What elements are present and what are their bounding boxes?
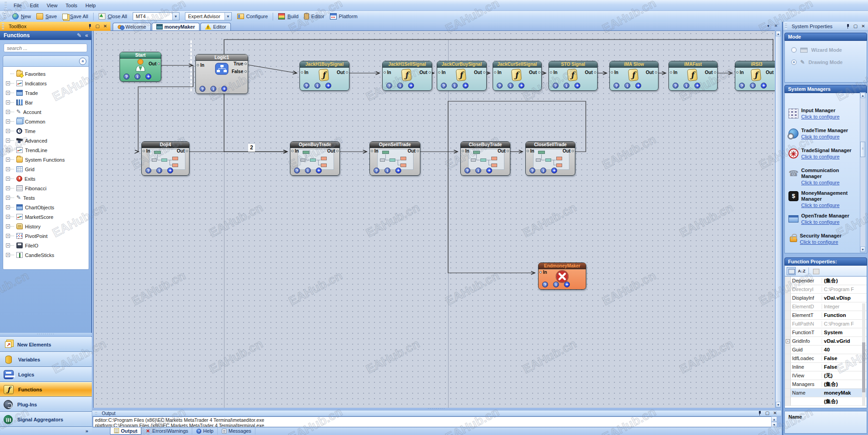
tree-item-grid[interactable]: + Grid <box>6 164 89 174</box>
expand-icon[interactable]: + <box>6 234 10 238</box>
tab-scroll-down-icon[interactable]: ▾ <box>765 23 772 30</box>
toolbox-category-signal-aggregators[interactable]: Signal Aggregators <box>0 412 92 427</box>
property-row-inline[interactable]: Inline False <box>785 363 867 371</box>
node-help-button[interactable]: ? <box>441 83 447 89</box>
expand-icon[interactable]: + <box>6 158 10 162</box>
toolbar-grip[interactable] <box>4 13 6 20</box>
node-help-button[interactable]: ? <box>542 282 548 287</box>
expand-icon[interactable]: + <box>6 186 10 190</box>
node-info-button[interactable]: i <box>314 83 320 89</box>
out-port[interactable]: Out <box>474 70 485 75</box>
property-row-managers[interactable]: Managers (集合) <box>785 380 867 389</box>
menu-edit[interactable]: Edit <box>26 1 43 10</box>
close-icon[interactable]: ✕ <box>102 23 109 30</box>
tree-item-advanced[interactable]: + Advanced <box>6 136 89 145</box>
node-ima-slow[interactable]: iMA Slow ƒ InOut ?i+ <box>609 61 658 91</box>
tree-item-history[interactable]: + History <box>6 222 89 231</box>
node-sto-signal[interactable]: STO Signal ƒ InOut ?i+ <box>549 61 598 91</box>
node-add-button[interactable]: + <box>574 83 580 89</box>
tree-item-time[interactable]: + Time <box>6 126 89 136</box>
node-jackcurbuysignal[interactable]: JackCurBuySignal ƒ InOut ?i+ <box>437 61 487 91</box>
in-port[interactable]: In <box>611 70 619 75</box>
expand-icon[interactable]: + <box>6 138 10 143</box>
toolbox-category-logics[interactable]: Logics <box>0 367 92 382</box>
out-port[interactable]: Out <box>705 70 716 75</box>
property-row-idfloadec[interactable]: IdfLoadec False <box>785 354 867 363</box>
toolbox-category-functions[interactable]: ƒ Functions <box>0 382 92 397</box>
tab-close-icon[interactable]: ✕ <box>773 23 779 30</box>
node-openbuytrade[interactable]: OpenBuyTrade InOut ?i+ <box>290 141 340 176</box>
tree-item-account[interactable]: + ✎ Account <box>6 107 89 117</box>
canvas-vertical-scrollbar[interactable]: ▲ ▼ <box>775 30 781 408</box>
in-port[interactable]: In <box>291 148 299 153</box>
node-doji4[interactable]: Doji4 InOut ?i+ <box>141 141 190 176</box>
property-row-displayinf[interactable]: DisplayInf vDal.vDisp <box>785 294 867 302</box>
node-add-button[interactable]: + <box>316 168 322 173</box>
node-add-button[interactable]: + <box>395 168 401 173</box>
tree-item-trade[interactable]: + Trade <box>6 88 89 98</box>
out-port[interactable]: Out <box>327 148 339 153</box>
tree-item-pivotpoint[interactable]: + PivotPoint <box>6 231 89 241</box>
false-port[interactable]: False <box>232 69 247 74</box>
property-row-gridinfo[interactable]: + GridInfo vDal.vGrid <box>785 337 867 346</box>
output-log[interactable]: editor:C:\Program Files (x86)\EC Markets… <box>93 416 777 427</box>
node-help-button[interactable]: ? <box>304 83 309 89</box>
expand-icon[interactable]: + <box>6 243 10 247</box>
configure-link[interactable]: Click to configure <box>800 239 838 245</box>
out-port[interactable]: Out <box>646 70 657 75</box>
wizard-mode-option[interactable]: Wizard Mode <box>791 47 867 53</box>
tree-item-chartobjects[interactable]: + ChartObjects <box>6 203 89 212</box>
toolbox-category-plug-ins[interactable]: Plug-Ins <box>0 397 92 412</box>
search-input[interactable] <box>4 44 87 52</box>
node-jackh1sellsignal[interactable]: JackH1SellSignal ƒ InOut ?i+ <box>382 61 432 91</box>
chevron-down-icon[interactable]: ▼ <box>172 13 179 20</box>
node-help-button[interactable]: ? <box>497 83 503 89</box>
property-row-name[interactable]: Name moneyMak <box>785 389 867 397</box>
collapse-left-icon[interactable]: « <box>85 32 88 39</box>
out-port[interactable]: Out <box>149 61 160 66</box>
node-info-button[interactable]: i <box>135 74 140 79</box>
pin-icon[interactable] <box>844 23 851 30</box>
in-port[interactable]: In <box>550 70 558 75</box>
configure-link[interactable]: Click to configure <box>801 114 839 120</box>
node-help-button[interactable]: ? <box>464 168 470 173</box>
node-help-button[interactable]: ? <box>145 168 151 173</box>
node-help-button[interactable]: ? <box>294 168 300 173</box>
radio-selected-icon[interactable] <box>791 59 797 65</box>
out-port[interactable]: Out <box>563 148 574 153</box>
toolbar-grip[interactable] <box>5 1 7 9</box>
toolbox-category-variables[interactable]: Variables <box>0 352 92 367</box>
node-help-button[interactable]: ? <box>124 74 130 79</box>
managers-scrollbar[interactable]: ▲ ≡ ▼ <box>860 92 866 252</box>
node-jackh1buysignal[interactable]: JackH1BuySignal ƒ InOut ?i+ <box>299 61 349 91</box>
tree-item-trendline[interactable]: + TrendLine <box>6 145 89 155</box>
platform-button[interactable]: Platform <box>327 12 360 20</box>
project-type-combo[interactable]: Expert Advisor▼ <box>185 12 232 20</box>
output-tab-messages[interactable]: Messages <box>218 427 255 435</box>
node-info-button[interactable]: i <box>564 83 569 89</box>
in-port[interactable]: In <box>371 148 379 153</box>
expand-icon[interactable]: + <box>6 119 10 124</box>
in-port[interactable]: In <box>438 70 446 75</box>
property-row-functiont[interactable]: FunctionT System <box>785 328 867 337</box>
scroll-down-icon[interactable]: ▼ <box>776 402 781 407</box>
tree-item-tests[interactable]: + ✎ Tests <box>6 193 89 203</box>
property-grid-scrollbar[interactable] <box>862 303 865 405</box>
node-endmoneymaker[interactable]: EndmoneyMaker In ?i+ <box>538 262 586 290</box>
node-imafast[interactable]: iMAFast ƒ InOut ?i+ <box>668 61 718 91</box>
node-add-button[interactable]: + <box>551 168 557 173</box>
node-info-button[interactable]: i <box>397 83 403 89</box>
node-openselltrade[interactable]: OpenSellTrade InOut ?i+ <box>369 141 420 176</box>
build-button[interactable]: Build <box>275 12 301 20</box>
property-row-extra[interactable]: (集合) <box>785 397 867 406</box>
maximize-icon[interactable]: ▢ <box>94 23 101 30</box>
categorized-view-icon[interactable] <box>787 267 796 275</box>
property-row-fullpathn[interactable]: FullPathN C:\Program F <box>785 320 867 328</box>
drawing-mode-option[interactable]: ✎ Drawing Mode <box>791 59 867 65</box>
collapse-up-icon[interactable]: « <box>79 58 86 65</box>
node-info-button[interactable]: i <box>210 86 216 92</box>
in-port[interactable]: In <box>143 148 150 153</box>
node-irsi3[interactable]: iRSI3 ƒ InOut ?i+ <box>735 61 775 91</box>
node-help-button[interactable]: ? <box>386 83 392 89</box>
node-help-button[interactable]: ? <box>614 83 619 89</box>
